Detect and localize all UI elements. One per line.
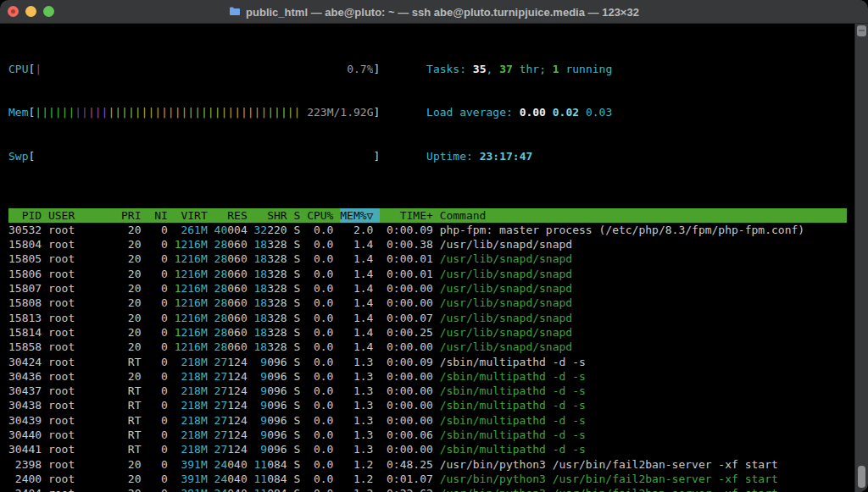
cell-virt: 218M	[175, 369, 214, 384]
cell-mem: 1.4	[340, 325, 380, 340]
cell-user: root	[48, 369, 121, 384]
column-header-res[interactable]: RES	[214, 208, 254, 223]
cell-shr: 18328	[254, 281, 294, 296]
cell-user: root	[48, 223, 121, 237]
cell-ni: 0	[147, 398, 174, 412]
cell-res: 27124	[214, 413, 254, 428]
cell-cpu: 0.0	[307, 281, 340, 296]
cell-pri: 20	[121, 472, 147, 486]
table-row[interactable]: 15814root2001216M2806018328S0.01.40:00.2…	[8, 325, 854, 340]
column-header-time[interactable]: TIME+	[380, 208, 439, 223]
cell-pri: RT	[121, 384, 147, 398]
cell-virt: 1216M	[175, 267, 214, 281]
cell-virt: 1216M	[175, 296, 214, 310]
cell-s: S	[293, 457, 307, 472]
cell-mem: 1.2	[340, 486, 380, 492]
cell-pri: 20	[121, 296, 147, 310]
cell-pid: 30437	[8, 384, 48, 398]
cell-user: root	[48, 398, 121, 412]
cell-cpu: 0.0	[307, 369, 340, 384]
column-header-pid[interactable]: PID	[8, 208, 48, 223]
table-row[interactable]: 15804root2001216M2806018328S0.01.40:00.3…	[8, 237, 854, 252]
title-bar[interactable]: public_html — abe@pluto: ~ — ssh abe@plu…	[0, 0, 868, 24]
table-row[interactable]: 15808root2001216M2806018328S0.01.40:00.0…	[8, 296, 854, 310]
table-row[interactable]: 2398root200391M2404011084S0.01.20:48.25/…	[8, 457, 854, 472]
column-header-pri[interactable]: PRI	[121, 208, 147, 223]
cell-virt: 218M	[175, 398, 214, 412]
cell-mem: 1.4	[340, 340, 380, 354]
cell-user: root	[48, 267, 121, 281]
cell-time: 0:22.62	[380, 486, 439, 492]
table-row[interactable]: 2400root200391M2404011084S0.01.20:01.07/…	[8, 472, 854, 486]
cell-pid: 15804	[8, 237, 48, 252]
cell-ni: 0	[147, 442, 174, 456]
table-row[interactable]: 30441rootRT0218M271249096S0.01.30:00.00/…	[8, 442, 854, 456]
cell-pid: 15858	[8, 340, 48, 354]
cell-cmd: /sbin/multipathd -d -s	[440, 428, 586, 442]
table-row[interactable]: 30440rootRT0218M271249096S0.01.30:00.06/…	[8, 428, 854, 442]
window-title-text: public_html — abe@pluto: ~ — ssh abe@plu…	[246, 6, 639, 19]
cell-user: root	[48, 355, 121, 369]
table-row[interactable]: 30437rootRT0218M271249096S0.01.30:00.00/…	[8, 384, 854, 398]
table-row[interactable]: 15805root2001216M2806018328S0.01.40:00.0…	[8, 252, 854, 266]
cell-cpu: 0.0	[307, 325, 340, 340]
cell-cpu: 0.0	[307, 428, 340, 442]
table-row[interactable]: 30439rootRT0218M271249096S0.01.30:00.00/…	[8, 413, 854, 428]
meters-column: CPU[|0.7%] Mem[|||||||||||||||||||||||||…	[8, 32, 380, 193]
scrollbar-track[interactable]	[854, 24, 868, 492]
cell-time: 0:00.00	[380, 340, 439, 354]
table-row[interactable]: 30438rootRT0218M271249096S0.01.30:00.00/…	[8, 398, 854, 412]
cell-ni: 0	[147, 267, 174, 281]
table-row[interactable]: 30532root200261M4000432220S0.02.00:00.09…	[8, 223, 854, 237]
cell-shr: 32220	[254, 223, 294, 237]
column-header-virt[interactable]: VIRT	[175, 208, 214, 223]
scrollbar-top-widget[interactable]	[857, 25, 866, 36]
scrollbar-thumb[interactable]	[858, 466, 865, 488]
cell-res: 40004	[214, 223, 254, 237]
cell-pri: RT	[121, 413, 147, 428]
column-header-user[interactable]: USER	[48, 208, 121, 223]
cell-cpu: 0.0	[307, 413, 340, 428]
cell-mem: 1.3	[340, 413, 380, 428]
column-header-ni[interactable]: NI	[147, 208, 174, 223]
cell-pri: 20	[121, 486, 147, 492]
threads-count: 37	[499, 63, 513, 75]
column-header-cpu[interactable]: CPU%	[307, 208, 340, 223]
column-header-s[interactable]: S	[293, 208, 307, 223]
column-header-shr[interactable]: SHR	[254, 208, 294, 223]
cell-pri: 20	[121, 325, 147, 340]
cell-res: 27124	[214, 398, 254, 412]
cell-res: 27124	[214, 442, 254, 456]
column-header-mem[interactable]: MEM%▽	[340, 208, 380, 223]
cell-time: 0:48.25	[380, 457, 439, 472]
cell-res: 28060	[214, 237, 254, 252]
cell-mem: 1.3	[340, 369, 380, 384]
cell-cmd: /usr/lib/snapd/snapd	[440, 281, 573, 296]
cell-mem: 1.3	[340, 384, 380, 398]
mem-meter-bar: ||||||||||||||||||||||||||||||||||||||||…	[35, 105, 373, 119]
cell-ni: 0	[147, 369, 174, 384]
cell-ni: 0	[147, 457, 174, 472]
cell-res: 24040	[214, 486, 254, 492]
cell-mem: 1.3	[340, 442, 380, 456]
column-header-cmd[interactable]: Command	[440, 208, 487, 223]
cell-shr: 9096	[254, 384, 294, 398]
cell-ni: 0	[147, 486, 174, 492]
cell-time: 0:00.00	[380, 369, 439, 384]
cell-ni: 0	[147, 281, 174, 296]
table-row[interactable]: 15806root2001216M2806018328S0.01.40:00.0…	[8, 267, 854, 281]
cell-cpu: 0.0	[307, 355, 340, 369]
table-row[interactable]: 15858root2001216M2806018328S0.01.40:00.0…	[8, 340, 854, 354]
cell-shr: 9096	[254, 413, 294, 428]
table-row[interactable]: 30436root200218M271249096S0.01.30:00.00/…	[8, 369, 854, 384]
cell-cpu: 0.0	[307, 384, 340, 398]
table-row[interactable]: 15813root2001216M2806018328S0.01.40:00.0…	[8, 311, 854, 325]
cell-res: 27124	[214, 355, 254, 369]
table-row[interactable]: 15807root2001216M2806018328S0.01.40:00.0…	[8, 281, 854, 296]
table-row[interactable]: 2404root200391M2404011084S0.01.20:22.62/…	[8, 486, 854, 492]
cell-s: S	[293, 398, 307, 412]
cell-pid: 2400	[8, 472, 48, 486]
cell-pri: 20	[121, 457, 147, 472]
cell-ni: 0	[147, 413, 174, 428]
table-row[interactable]: 30424rootRT0218M271249096S0.01.30:00.09/…	[8, 355, 854, 369]
